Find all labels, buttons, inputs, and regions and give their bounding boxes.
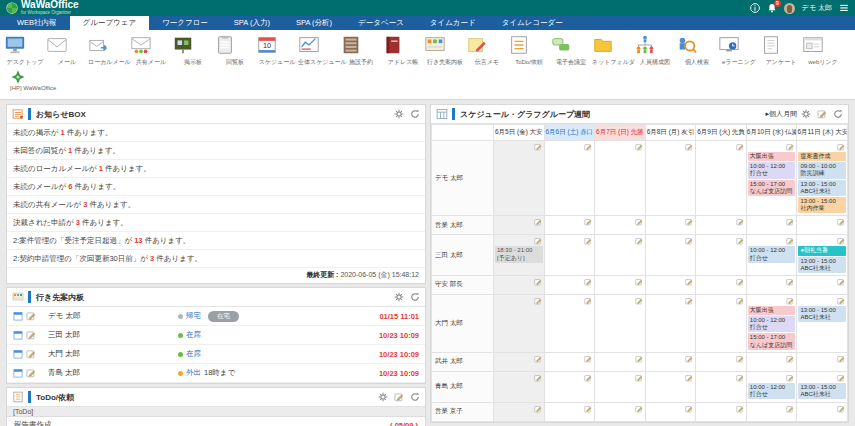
- info-icon[interactable]: [750, 3, 760, 13]
- schedule-event[interactable]: 13:00 - 15:00ABC社来社: [798, 257, 846, 273]
- schedule-event[interactable]: 15:00 - 17:00なんば支店訪問: [748, 333, 796, 349]
- edit-icon[interactable]: [647, 404, 695, 413]
- gear-icon[interactable]: [801, 109, 811, 119]
- edit-icon[interactable]: [546, 404, 594, 413]
- edit-icon[interactable]: [647, 236, 695, 245]
- nav-tab-3[interactable]: ワークフロー: [149, 16, 221, 30]
- edit-icon[interactable]: [798, 296, 846, 305]
- edit-icon[interactable]: [647, 373, 695, 382]
- edit-icon[interactable]: [596, 277, 644, 286]
- edit-icon[interactable]: [697, 277, 745, 286]
- refresh-icon[interactable]: [410, 392, 420, 402]
- edit-icon[interactable]: [697, 354, 745, 363]
- schedule-event[interactable]: 10:00 - 12:00打合せ: [748, 246, 796, 262]
- edit-icon[interactable]: [647, 296, 695, 305]
- edit-icon[interactable]: [26, 368, 36, 378]
- toolbar-item-shared-mail[interactable]: 共有メール: [130, 34, 172, 67]
- toolbar-item-local-mail[interactable]: ローカルメール: [88, 34, 130, 67]
- schedule-event[interactable]: 13:00 - 15:00ABC社来社: [798, 180, 846, 196]
- refresh-icon[interactable]: [410, 109, 420, 119]
- gear-icon[interactable]: [378, 392, 388, 402]
- edit-icon[interactable]: [26, 349, 36, 359]
- edit-icon[interactable]: [495, 236, 543, 245]
- edit-icon[interactable]: [697, 217, 745, 226]
- toolbar-item-weblink[interactable]: webリンク: [802, 34, 844, 67]
- schedule-event[interactable]: 提案書作成: [798, 152, 846, 161]
- edit-icon[interactable]: [546, 217, 594, 226]
- toolbar-item-elearning[interactable]: eラーニング: [718, 34, 760, 67]
- toolbar-item-todo[interactable]: ToDo/依頼: [508, 34, 550, 67]
- status-link[interactable]: 在席: [186, 349, 201, 359]
- nav-tab-8[interactable]: タイムレコーダー: [489, 16, 576, 30]
- nav-tab-1[interactable]: WEB社内報: [4, 16, 70, 30]
- edit-icon[interactable]: [596, 142, 644, 151]
- edit-icon[interactable]: [495, 142, 543, 151]
- edit-icon[interactable]: [817, 109, 827, 119]
- edit-icon[interactable]: [546, 373, 594, 382]
- toolbar-item-destination[interactable]: 行き先案内板: [424, 34, 466, 67]
- schedule-event[interactable]: 大阪出張: [748, 152, 796, 161]
- edit-icon[interactable]: [26, 330, 36, 340]
- toolbar-item-org-chart[interactable]: 人員構成図: [634, 34, 676, 67]
- edit-icon[interactable]: [798, 142, 846, 151]
- toolbar-item-address-book[interactable]: アドレス帳: [382, 34, 424, 67]
- edit-icon[interactable]: [647, 354, 695, 363]
- edit-icon[interactable]: [647, 142, 695, 151]
- edit-icon[interactable]: [748, 354, 796, 363]
- edit-icon[interactable]: [546, 296, 594, 305]
- edit-icon[interactable]: [596, 354, 644, 363]
- edit-icon[interactable]: [546, 236, 594, 245]
- edit-icon[interactable]: [596, 236, 644, 245]
- edit-icon[interactable]: [495, 373, 543, 382]
- gear-icon[interactable]: [394, 292, 404, 302]
- edit-icon[interactable]: [798, 354, 846, 363]
- edit-icon[interactable]: [748, 277, 796, 286]
- toolbar-item-survey[interactable]: アンケート: [760, 34, 802, 67]
- schedule-event[interactable]: 10:00 - 12:00打合せ: [748, 383, 796, 399]
- status-link[interactable]: 外出: [186, 368, 201, 378]
- personal-month-link[interactable]: ▸個人月間: [765, 109, 797, 119]
- edit-icon[interactable]: [546, 354, 594, 363]
- edit-icon[interactable]: [495, 354, 543, 363]
- calendar-mini-icon[interactable]: [13, 330, 23, 340]
- schedule-event[interactable]: 13:00 - 15:00社内作業: [798, 197, 846, 213]
- edit-icon[interactable]: [697, 142, 745, 151]
- schedule-event[interactable]: 13:00 - 15:00ABC社来社: [798, 306, 846, 322]
- avatar[interactable]: [784, 3, 795, 14]
- edit-icon[interactable]: [495, 296, 543, 305]
- edit-icon[interactable]: [798, 404, 846, 413]
- edit-icon[interactable]: [748, 296, 796, 305]
- schedule-event[interactable]: 18:30 - 21:00[予定あり]: [495, 246, 543, 262]
- calendar-mini-icon[interactable]: [13, 368, 23, 378]
- schedule-event[interactable]: 10:00 - 12:00打合せ: [748, 162, 796, 178]
- bell-icon[interactable]: 9: [767, 3, 777, 13]
- schedule-event[interactable]: 10:00 - 12:00打合せ: [748, 316, 796, 332]
- edit-icon[interactable]: [748, 404, 796, 413]
- edit-icon[interactable]: [596, 296, 644, 305]
- edit-icon[interactable]: [546, 142, 594, 151]
- edit-icon[interactable]: [647, 217, 695, 226]
- toolbar-item-circular[interactable]: 回覧板: [214, 34, 256, 67]
- schedule-event[interactable]: ●朝礼当番: [798, 246, 846, 255]
- nav-tab-2[interactable]: グループウェア: [70, 16, 150, 30]
- menu-icon[interactable]: [839, 3, 849, 13]
- toolbar-item-facility[interactable]: 施設予約: [340, 34, 382, 67]
- schedule-event[interactable]: 13:00 - 15:00ABC社来社: [798, 383, 846, 399]
- hp-wawaoffice-link[interactable]: [HP] WaWaOffice: [4, 69, 64, 91]
- edit-icon[interactable]: [748, 217, 796, 226]
- edit-icon[interactable]: [26, 311, 36, 321]
- edit-icon[interactable]: [495, 217, 543, 226]
- edit-icon[interactable]: [546, 277, 594, 286]
- edit-icon[interactable]: [798, 373, 846, 382]
- nav-tab-7[interactable]: タイムカード: [417, 16, 489, 30]
- status-link[interactable]: 帰宅: [186, 311, 201, 321]
- toolbar-item-schedule[interactable]: 10スケジュール: [256, 34, 298, 67]
- edit-icon[interactable]: [697, 236, 745, 245]
- edit-icon[interactable]: [748, 373, 796, 382]
- calendar-mini-icon[interactable]: [13, 349, 23, 359]
- edit-icon[interactable]: [495, 404, 543, 413]
- edit-icon[interactable]: [748, 142, 796, 151]
- toolbar-item-net-folder[interactable]: ネットフォルダ: [592, 34, 634, 67]
- schedule-event[interactable]: 大阪出張: [748, 306, 796, 315]
- toolbar-item-all-schedule[interactable]: 全体スケジュール: [298, 34, 340, 67]
